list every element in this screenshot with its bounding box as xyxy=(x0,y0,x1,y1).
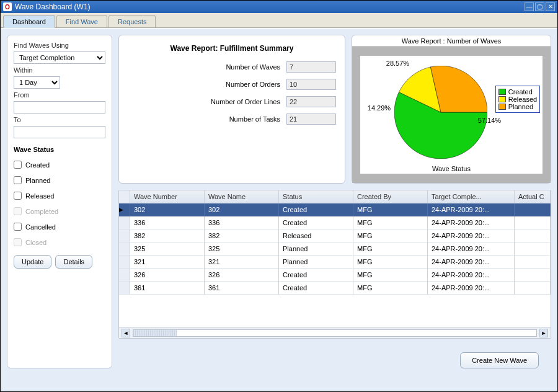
table-row[interactable]: 325325PlannedMFG24-APR-2009 20:... xyxy=(119,243,551,256)
row-handle[interactable]: ▶ xyxy=(119,203,130,216)
cell-wave-number: 325 xyxy=(130,243,205,256)
table-row[interactable]: 336336CreatedMFG24-APR-2009 20:... xyxy=(119,216,551,229)
cell-wave-number: 361 xyxy=(130,282,205,295)
status-released-label: Released xyxy=(25,192,54,200)
tab-requests[interactable]: Requests xyxy=(108,15,156,27)
cell-actual xyxy=(515,229,551,243)
cell-actual xyxy=(515,282,551,295)
row-handle[interactable] xyxy=(119,256,130,269)
cell-status: Created xyxy=(279,203,353,216)
cell-wave-name: 382 xyxy=(205,229,279,243)
tab-find-wave[interactable]: Find Wave xyxy=(56,15,107,27)
cell-wave-number: 321 xyxy=(130,256,205,269)
cell-target-completion: 24-APR-2009 20:... xyxy=(428,229,515,243)
content-area: Find Waves Using Target Completion Withi… xyxy=(1,28,557,391)
filter-sidebar: Find Waves Using Target Completion Withi… xyxy=(7,35,112,368)
cell-wave-name: 326 xyxy=(205,269,279,282)
row-handle-header xyxy=(119,190,130,203)
col-actual[interactable]: Actual C xyxy=(515,190,551,203)
tab-dashboard[interactable]: Dashboard xyxy=(3,15,55,28)
row-handle[interactable] xyxy=(119,243,130,256)
within-label: Within xyxy=(14,66,105,74)
horizontal-scrollbar[interactable]: ◄ ► xyxy=(119,327,551,338)
cell-created-by: MFG xyxy=(353,216,428,229)
row-handle[interactable] xyxy=(119,282,130,295)
wave-status-heading: Wave Status xyxy=(14,146,105,153)
col-wave-number[interactable]: Wave Number xyxy=(130,190,205,203)
label-num-lines: Number of Order Lines xyxy=(128,98,286,105)
wave-table: Wave Number Wave Name Status Created By … xyxy=(118,190,551,339)
close-button[interactable]: ✕ xyxy=(546,2,555,11)
chart-title: Wave Report : Number of Waves xyxy=(352,35,551,47)
cell-target-completion: 24-APR-2009 20:... xyxy=(428,282,515,295)
status-planned-label: Planned xyxy=(25,177,50,184)
update-button[interactable]: Update xyxy=(14,255,51,269)
pie-label-planned: 28.57% xyxy=(386,60,409,67)
status-completed-label: Completed xyxy=(25,208,58,215)
create-new-wave-button[interactable]: Create New Wave xyxy=(460,352,539,368)
table-row[interactable]: ▶302302CreatedMFG24-APR-2009 20:... xyxy=(119,203,551,216)
scroll-right-icon[interactable]: ► xyxy=(539,329,548,337)
tab-strip: Dashboard Find Wave Requests xyxy=(1,13,557,28)
col-target-completion[interactable]: Target Comple... xyxy=(428,190,515,203)
cell-status: Planned xyxy=(279,256,353,269)
titlebar: O Wave Dashboard (W1) — ▢ ✕ xyxy=(1,1,557,13)
cell-wave-number: 382 xyxy=(130,229,205,243)
chart-legend: Created Released Planned xyxy=(495,86,540,113)
cell-status: Planned xyxy=(279,243,353,256)
status-released-checkbox[interactable] xyxy=(14,192,22,200)
from-input[interactable] xyxy=(14,101,105,114)
cell-created-by: MFG xyxy=(353,269,428,282)
cell-target-completion: 24-APR-2009 20:... xyxy=(428,256,515,269)
status-planned-checkbox[interactable] xyxy=(14,176,22,184)
status-created-label: Created xyxy=(25,161,50,169)
value-num-tasks xyxy=(286,114,336,125)
within-select[interactable]: 1 Day xyxy=(14,76,60,89)
row-handle[interactable] xyxy=(119,229,130,243)
status-cancelled-checkbox[interactable] xyxy=(14,223,22,231)
to-label: To xyxy=(14,116,105,123)
status-closed-checkbox xyxy=(14,238,22,246)
col-wave-name[interactable]: Wave Name xyxy=(205,190,279,203)
table-row[interactable]: 326326CreatedMFG24-APR-2009 20:... xyxy=(119,269,551,282)
chart-xlabel: Wave Status xyxy=(360,164,542,174)
row-handle[interactable] xyxy=(119,216,130,229)
scroll-left-icon[interactable]: ◄ xyxy=(122,329,130,337)
cell-wave-name: 302 xyxy=(205,203,279,216)
cell-actual xyxy=(515,203,551,216)
table-row[interactable]: 321321PlannedMFG24-APR-2009 20:... xyxy=(119,256,551,269)
cell-actual xyxy=(515,243,551,256)
pie-chart-icon xyxy=(394,66,487,159)
value-num-orders xyxy=(286,79,336,90)
minimize-button[interactable]: — xyxy=(525,2,534,11)
cell-status: Released xyxy=(279,229,353,243)
cell-status: Created xyxy=(279,216,353,229)
cell-status: Created xyxy=(279,282,353,295)
maximize-button[interactable]: ▢ xyxy=(535,2,544,11)
cell-wave-name: 361 xyxy=(205,282,279,295)
status-closed-label: Closed xyxy=(25,239,46,246)
col-status[interactable]: Status xyxy=(279,190,353,203)
status-cancelled-label: Cancelled xyxy=(25,223,56,231)
cell-target-completion: 24-APR-2009 20:... xyxy=(428,216,515,229)
cell-actual xyxy=(515,216,551,229)
find-waves-using-label: Find Waves Using xyxy=(14,42,105,49)
table-row[interactable]: 382382ReleasedMFG24-APR-2009 20:... xyxy=(119,229,551,243)
to-input[interactable] xyxy=(14,126,105,138)
status-completed-checkbox xyxy=(14,207,22,215)
chart-panel: Wave Report : Number of Waves xyxy=(352,35,551,184)
find-waves-using-select[interactable]: Target Completion xyxy=(14,51,105,64)
pie-label-created: 57.14% xyxy=(478,117,501,124)
label-num-orders: Number of Orders xyxy=(128,81,286,88)
cell-created-by: MFG xyxy=(353,203,428,216)
status-created-checkbox[interactable] xyxy=(14,161,22,169)
cell-actual xyxy=(515,269,551,282)
label-num-waves: Number of Waves xyxy=(128,63,286,71)
cell-created-by: MFG xyxy=(353,229,428,243)
cell-target-completion: 24-APR-2009 20:... xyxy=(428,269,515,282)
col-created-by[interactable]: Created By xyxy=(353,190,428,203)
table-row[interactable]: 361361CreatedMFG24-APR-2009 20:... xyxy=(119,282,551,295)
row-handle[interactable] xyxy=(119,269,130,282)
details-button[interactable]: Details xyxy=(55,255,92,269)
summary-panel: Wave Report: Fulfillment Summary Number … xyxy=(118,35,345,184)
